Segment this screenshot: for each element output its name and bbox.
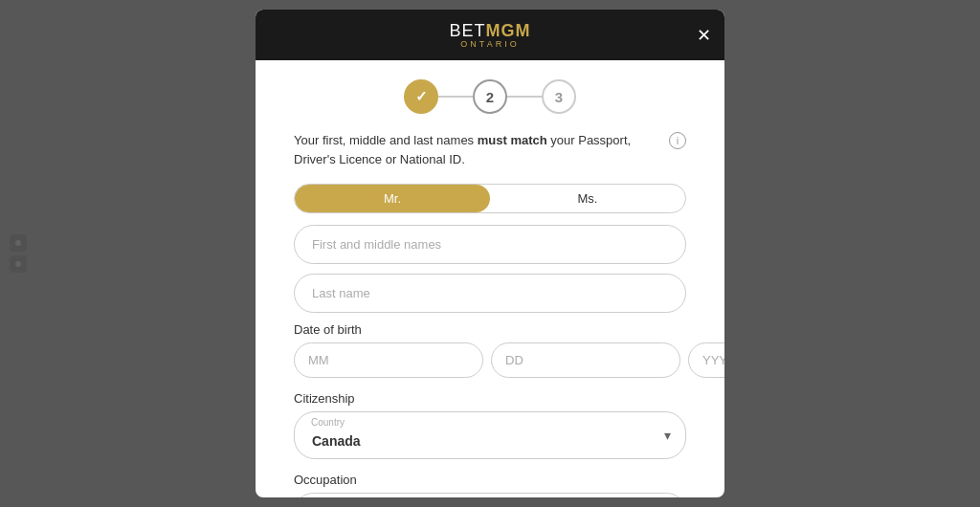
- title-toggle-row: Mr. Ms.: [294, 184, 686, 213]
- dob-mm-input[interactable]: [294, 342, 483, 378]
- steps-row: ✓ 2 3: [294, 79, 686, 114]
- mr-toggle-button[interactable]: Mr.: [295, 185, 490, 212]
- modal-header: BETMGM ONTARIO ✕: [256, 10, 724, 60]
- last-name-input[interactable]: [294, 274, 686, 313]
- first-name-input[interactable]: [294, 225, 686, 264]
- dob-label: Date of birth: [294, 322, 686, 337]
- brand-mgm: MGM: [486, 21, 531, 40]
- dob-dd-input[interactable]: [491, 342, 680, 378]
- info-text-block: Your first, middle and last names must m…: [294, 131, 686, 168]
- modal-body: ✓ 2 3 Your first, middle and last names …: [256, 60, 724, 497]
- modal-overlay: BETMGM ONTARIO ✕ ✓ 2 3 Yo: [0, 0, 980, 507]
- step-2-circle: 2: [473, 79, 507, 114]
- brand-logo: BETMGM ONTARIO: [449, 21, 530, 49]
- modal: BETMGM ONTARIO ✕ ✓ 2 3 Yo: [256, 10, 724, 497]
- citizenship-label: Citizenship: [294, 391, 686, 406]
- info-paragraph: Your first, middle and last names must m…: [294, 131, 663, 168]
- step-1-circle: ✓: [404, 79, 438, 114]
- ms-toggle-button[interactable]: Ms.: [490, 185, 685, 212]
- country-select-wrapper: Country Canada United States United King…: [294, 411, 686, 459]
- occupation-label: Occupation: [294, 473, 686, 487]
- country-select[interactable]: Canada United States United Kingdom Aust…: [294, 411, 686, 459]
- brand-ontario: ONTARIO: [449, 39, 530, 49]
- step-3-circle: 3: [542, 79, 576, 114]
- step-line-2: [507, 96, 542, 98]
- industry-select[interactable]: Industry Finance Technology Healthcare E…: [294, 493, 686, 497]
- close-button[interactable]: ✕: [697, 27, 711, 44]
- dob-yyyy-input[interactable]: [688, 342, 724, 378]
- industry-select-wrapper: Industry Finance Technology Healthcare E…: [294, 493, 686, 497]
- date-row: [294, 342, 686, 378]
- info-icon[interactable]: i: [669, 132, 686, 149]
- step-line-1: [438, 96, 473, 98]
- brand-bet: BET: [449, 21, 485, 40]
